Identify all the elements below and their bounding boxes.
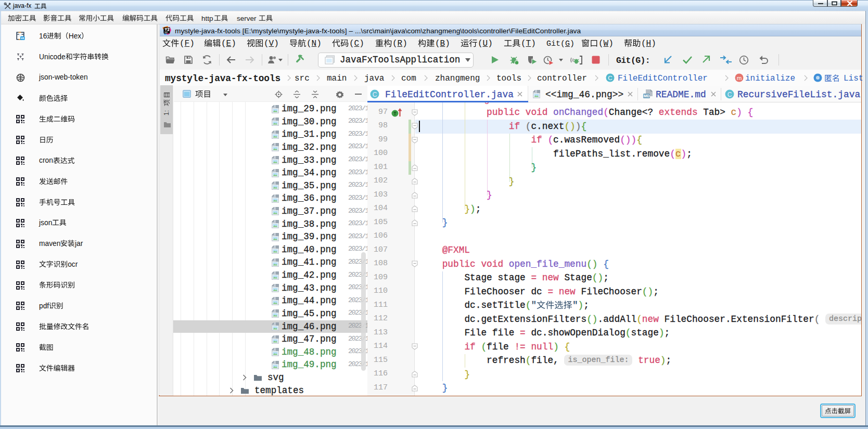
svg-text:C: C <box>373 91 377 98</box>
